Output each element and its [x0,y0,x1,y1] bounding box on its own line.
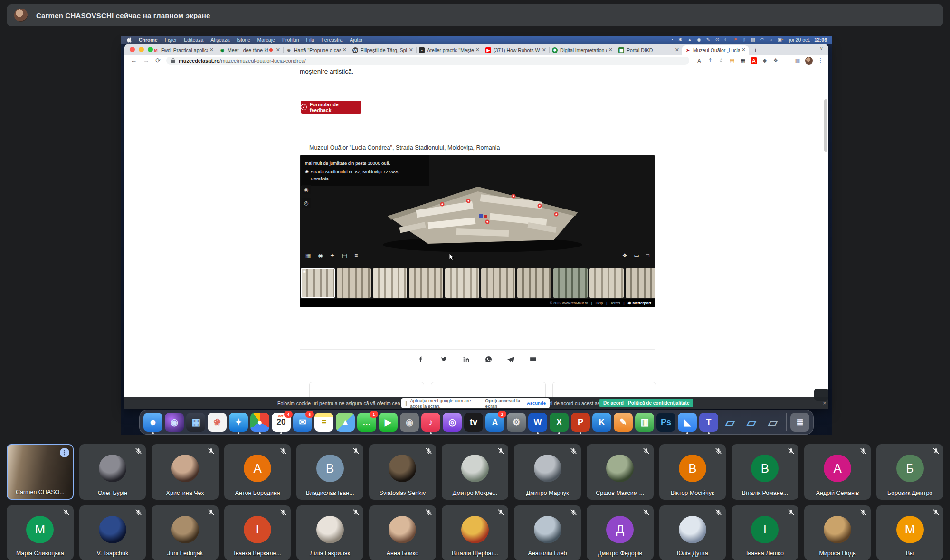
participant-tile[interactable]: Дмитро Мокре... [442,444,509,500]
drive-status-icon[interactable]: ▲ [687,36,692,44]
measure-icon[interactable]: ▭ [634,252,639,259]
tour-thumbnail[interactable] [517,268,551,298]
participant-tile[interactable]: ААнтон Бородиня [224,444,291,500]
participant-tile[interactable]: Лілія Гавриляк [296,505,363,560]
participant-tile[interactable]: ББоровик Дмитро [876,444,943,500]
display-status-icon[interactable]: ▣• [778,36,783,44]
browser-tab[interactable]: ▪Atelier practic "Meșteșug și pa✕ [416,45,483,55]
lock-icon[interactable] [171,58,175,63]
tab-close-icon[interactable]: ✕ [741,47,746,53]
menubar-item-afişează[interactable]: Afişează [210,37,229,43]
dock-icon-messages[interactable]: …1 [357,413,376,432]
participant-tile[interactable]: Sviatoslav Senkiv [369,444,436,500]
viewer-help-link[interactable]: Help [596,301,603,305]
tour-thumbnail[interactable] [337,268,371,298]
moon-status-icon[interactable]: ☾ [724,36,729,44]
forward-button[interactable]: → [143,57,149,64]
bluetooth-status-icon[interactable]: ᛒ [743,36,746,44]
participant-tile[interactable]: ВВіктор Мосійчук [659,444,726,500]
dock-icon-podcasts[interactable]: ◎ [443,413,462,432]
dock-icon-appstore[interactable]: A2 [485,413,504,432]
dock-icon-folder-documents[interactable]: ▱ [742,413,761,432]
tile-menu-button[interactable]: ⋮ [60,448,69,457]
page-scrollbar[interactable] [824,99,827,152]
participant-tile[interactable]: ДДмитро Федорів [587,505,654,560]
dock-icon-calendar[interactable]: oct.204 [272,413,291,432]
tab-close-icon[interactable]: ✕ [675,47,679,53]
tab-close-icon[interactable]: ✕ [276,47,280,53]
dollhouse-icon[interactable]: ▦ [305,252,311,259]
dock-icon-powerpoint[interactable]: P [571,413,590,432]
floorplan-icon[interactable]: ▤ [342,252,347,259]
extension-docs-icon[interactable]: ▤ [729,57,735,64]
address-bar[interactable]: muzeedelasat.ro/muzee/muzeul-oualor-luci… [166,57,689,65]
location-button[interactable]: ◎ [302,198,311,208]
participant-tile[interactable]: Анатолій Глеб [514,505,581,560]
tour-thumbnail[interactable] [373,268,407,298]
cookie-accept-button[interactable]: De acord [599,399,627,407]
participant-tile[interactable]: ААндрій Семанів [804,444,871,500]
browser-tab[interactable]: ❖Digital interpretation of cultura✕ [549,45,616,55]
share-icon[interactable]: ↥ [707,57,713,64]
participant-tile[interactable]: Анна Бойко [369,505,436,560]
playlist-icon[interactable]: ≣ [783,57,790,64]
play-icon[interactable]: ◉ [318,252,323,259]
share-email-icon[interactable] [529,355,537,363]
tab-close-icon[interactable]: ✕ [409,47,413,53]
menubar-item-ajutor[interactable]: Ajutor [350,37,362,43]
fullscreen-icon[interactable]: □ [646,252,649,259]
participant-tile[interactable]: ММарія Сливоцька [7,505,74,560]
close-window-button[interactable] [130,47,135,52]
menubar-item-fereastră[interactable]: Fereastră [321,37,342,43]
menubar-clock[interactable]: 12:06 [814,37,827,43]
extension-grid-icon[interactable]: ▦ [740,57,746,64]
menubar-item-profiluri[interactable]: Profiluri [282,37,299,43]
stop-sharing-button[interactable]: Opriți accesul la ecran [485,398,522,408]
extensions-puzzle-icon[interactable]: ❖ [772,57,779,64]
menubar-item-editează[interactable]: Editează [184,37,203,43]
search-status-icon[interactable]: ○ [770,36,772,44]
participant-tile[interactable]: Олег Бурін [79,444,146,500]
menubar-item-marcaje[interactable]: Marcaje [257,37,275,43]
dock-icon-music[interactable]: ♪ [421,413,440,432]
participant-tile[interactable]: ВВладислав Іван... [296,444,363,500]
share-icon[interactable]: ❖ [622,252,627,259]
palette-status-icon[interactable]: ◔ [670,36,673,44]
dock-icon-safari[interactable]: ✦ [229,413,248,432]
input-language-flag-icon[interactable]: ⚑ [734,36,738,44]
profile-avatar[interactable] [805,57,813,65]
tab-close-icon[interactable]: ✕ [209,47,214,53]
keyboard-status-icon[interactable]: ▤ [751,36,755,44]
new-tab-button[interactable]: + [751,46,760,54]
matterport-logo[interactable]: ◉ Matterport [627,301,651,305]
participant-tile[interactable]: MВы [876,505,943,560]
dock-icon-pages[interactable]: ✎ [614,413,633,432]
dock-icon-camera[interactable]: ◉ [400,413,419,432]
share-telegram-icon[interactable] [507,355,515,363]
browser-tab[interactable]: ➤Muzeul Ouălor „Lucia Condre✕ [682,45,749,55]
tab-close-icon[interactable]: ✕ [608,47,613,53]
browser-tab[interactable]: ⊕Hartă "Propune o casă" – Port✕ [283,45,350,55]
tab-close-icon[interactable]: ✕ [342,47,347,53]
tour-thumbnail[interactable] [445,268,479,298]
layers-icon[interactable]: ≡ [354,252,358,259]
paperclip-status-icon[interactable]: ∅ [715,36,719,44]
tour-thumbnail[interactable] [589,268,624,298]
minimize-window-button[interactable] [139,47,144,52]
browser-tab[interactable]: WFilipeștii de Târg, Spitalul „Reg✕ [350,45,416,55]
browser-tab[interactable]: ▶(371) How Robots Will Domina✕ [483,45,549,55]
participant-tile[interactable]: ІІванна Лешко [732,505,798,560]
participant-tile[interactable]: Дмитро Марчук [514,444,581,500]
reload-button[interactable]: ⟳ [155,57,161,64]
dock-icon-settings[interactable]: ⚙ [507,413,526,432]
tab-search-chevron-icon[interactable]: ˅ [820,46,823,51]
view-mode-button[interactable]: ◉ [302,185,311,194]
dock-icon-maps[interactable]: ▲ [336,413,355,432]
feedback-button[interactable]: ✓ Formular de feedback [301,101,361,114]
dock-icon-photoshop[interactable]: Ps [656,413,675,432]
participant-tile[interactable]: ВВіталік Романе... [732,444,798,500]
cookie-close-icon[interactable]: × [823,399,826,407]
browser-tab[interactable]: ▦Portal DIKD✕ [616,45,682,55]
dock-icon-excel[interactable]: X [550,413,569,432]
extension-person-icon[interactable]: ◆ [761,57,768,64]
